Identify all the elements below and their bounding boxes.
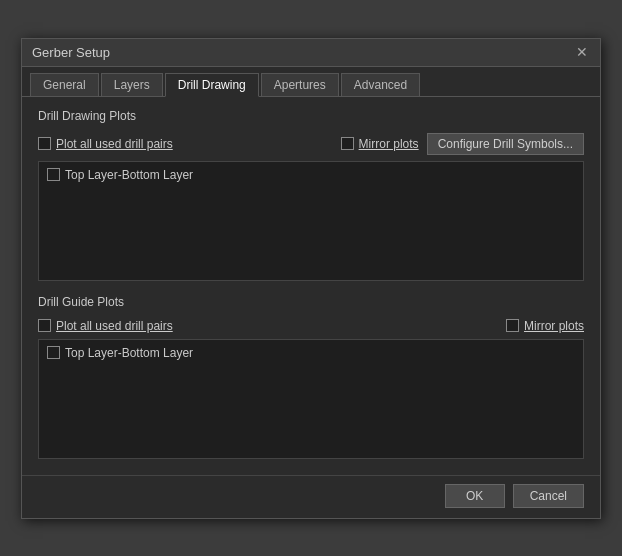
drill-drawing-plots-title: Drill Drawing Plots <box>38 109 584 123</box>
cancel-button[interactable]: Cancel <box>513 484 584 508</box>
mirror-plots-label[interactable]: Mirror plots <box>341 137 419 151</box>
tab-apertures[interactable]: Apertures <box>261 73 339 96</box>
drill-guide-layer-label: Top Layer-Bottom Layer <box>65 346 193 360</box>
tab-general[interactable]: General <box>30 73 99 96</box>
tab-layers[interactable]: Layers <box>101 73 163 96</box>
guide-mirror-plots-label[interactable]: Mirror plots <box>506 319 584 333</box>
drill-drawing-layer-checkbox[interactable] <box>47 168 60 181</box>
drill-guide-plots-title: Drill Guide Plots <box>38 295 584 309</box>
drill-drawing-layer-label: Top Layer-Bottom Layer <box>65 168 193 182</box>
drill-drawing-layer-item: Top Layer-Bottom Layer <box>43 166 579 184</box>
tab-drill-drawing[interactable]: Drill Drawing <box>165 73 259 97</box>
tab-bar: General Layers Drill Drawing Apertures A… <box>22 67 600 97</box>
dialog-title: Gerber Setup <box>32 45 110 60</box>
title-bar: Gerber Setup ✕ <box>22 39 600 67</box>
drill-guide-layer-item: Top Layer-Bottom Layer <box>43 344 579 362</box>
plot-all-drill-pairs-label[interactable]: Plot all used drill pairs <box>38 137 173 151</box>
guide-plot-all-label[interactable]: Plot all used drill pairs <box>38 319 173 333</box>
guide-plot-all-checkbox[interactable] <box>38 319 51 332</box>
drill-drawing-right-controls: Mirror plots Configure Drill Symbols... <box>341 133 584 155</box>
tab-advanced[interactable]: Advanced <box>341 73 420 96</box>
tab-content: Drill Drawing Plots Plot all used drill … <box>22 97 600 471</box>
drill-drawing-plots-section: Drill Drawing Plots Plot all used drill … <box>38 109 584 281</box>
ok-button[interactable]: OK <box>445 484 505 508</box>
plot-all-drill-pairs-text: Plot all used drill pairs <box>56 137 173 151</box>
dialog-footer: OK Cancel <box>22 475 600 518</box>
drill-guide-plots-section: Drill Guide Plots Plot all used drill pa… <box>38 295 584 459</box>
drill-guide-layer-checkbox[interactable] <box>47 346 60 359</box>
plot-all-drill-pairs-checkbox[interactable] <box>38 137 51 150</box>
drill-guide-plots-row: Plot all used drill pairs Mirror plots <box>38 319 584 333</box>
guide-plot-all-text: Plot all used drill pairs <box>56 319 173 333</box>
drill-guide-right-controls: Mirror plots <box>506 319 584 333</box>
drill-drawing-plots-row: Plot all used drill pairs Mirror plots C… <box>38 133 584 155</box>
drill-guide-layer-list: Top Layer-Bottom Layer <box>38 339 584 459</box>
guide-mirror-plots-text: Mirror plots <box>524 319 584 333</box>
configure-drill-symbols-button[interactable]: Configure Drill Symbols... <box>427 133 584 155</box>
mirror-plots-checkbox[interactable] <box>341 137 354 150</box>
close-button[interactable]: ✕ <box>574 45 590 59</box>
gerber-setup-dialog: Gerber Setup ✕ General Layers Drill Draw… <box>21 38 601 519</box>
mirror-plots-text: Mirror plots <box>359 137 419 151</box>
drill-drawing-layer-list: Top Layer-Bottom Layer <box>38 161 584 281</box>
guide-mirror-plots-checkbox[interactable] <box>506 319 519 332</box>
